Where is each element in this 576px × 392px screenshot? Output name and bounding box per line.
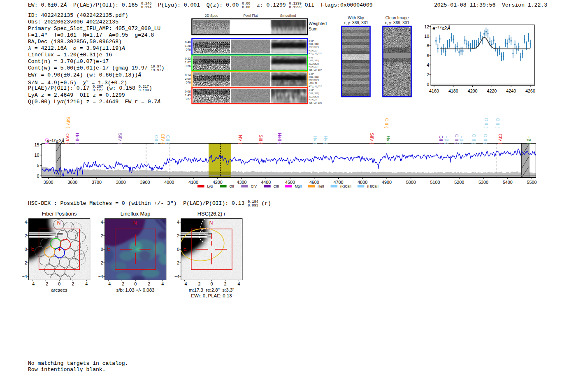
svg-text:(K)CaII: (K)CaII [340,184,351,188]
svg-text:HSC(26.2) r: HSC(26.2) r [197,211,226,217]
svg-text:405_LU_036: 405_LU_036 [309,102,322,104]
svg-text:m:17.3 re:2.8" s:3.3": m:17.3 re:2.8" s:3.3" [189,288,234,292]
svg-text:v006_02: v006_02 [309,49,317,52]
svg-text:HeII {: HeII { [75,133,80,144]
svg-text:2: 2 [224,281,226,286]
svg-text:0.14: 0.14 [185,73,191,77]
svg-text:5500: 5500 [527,180,537,185]
svg-text:20220623: 20220623 [309,79,319,81]
svg-text:With Sky: With Sky [348,16,364,20]
svg-text:3700: 3700 [92,180,102,185]
svg-text:4260: 4260 [525,88,535,93]
svg-text:2: 2 [25,233,27,238]
svg-text:OII {: OII { [165,135,170,144]
svg-text:SiIV {: SiIV { [369,133,374,144]
svg-text:5200: 5200 [454,180,464,185]
svg-text:2: 2 [148,281,150,286]
svg-text:4220: 4220 [487,88,497,93]
svg-text:CIV {: CIV { [498,134,503,144]
svg-text:x, y: 369, 331: x, y: 369, 331 [344,21,368,25]
svg-text:(369, 331): (369, 331) [309,43,319,45]
svg-text:2D Spec: 2D Spec [205,14,218,18]
svg-text:−2: −2 [22,260,27,265]
svg-text:(H)CaII: (H)CaII [367,184,378,188]
svg-text:HeII: HeII [318,184,324,188]
svg-text:4: 4 [237,281,240,286]
svg-text:405_LU_037: 405_LU_037 [309,69,322,71]
svg-text:1.43: 1.43 [185,93,191,97]
svg-text:0.95": 0.95" [309,56,314,59]
svg-text:Hγ {: Hγ { [323,136,328,144]
svg-text:Hβ {: Hβ { [444,135,449,144]
svg-text:12: 12 [424,24,429,29]
svg-text:v006_01: v006_01 [309,82,317,84]
svg-text:0: 0 [427,82,429,87]
svg-text:1.07: 1.07 [185,60,191,64]
svg-text:−4: −4 [182,281,187,286]
svg-text:0: 0 [210,281,213,286]
svg-text:Clean Image: Clean Image [386,16,409,20]
svg-text:MgII: MgII [295,184,302,188]
svg-text:Weighted: Weighted [309,21,327,26]
svg-text:SiIV {: SiIV { [66,117,71,128]
svg-text:−4: −4 [174,274,179,279]
svg-text:−2: −2 [43,281,48,286]
svg-text:x, y: 369, 331: x, y: 369, 331 [385,21,409,25]
svg-text:N: N [133,220,137,226]
svg-text:−2: −2 [119,281,124,286]
svg-text:N: N [209,220,213,226]
svg-text:6: 6 [427,53,429,58]
svg-text:CIII {: CIII { [454,134,459,144]
svg-text:e−17x2Å: e−17x2Å [432,25,451,31]
svg-text:CIV {: CIV { [160,134,165,144]
svg-text:076: 076 [186,64,191,68]
svg-text:OII: OII [230,184,234,188]
svg-text:E: E [31,246,35,252]
svg-text:Pixel Flat: Pixel Flat [244,14,258,18]
svg-text:5000: 5000 [406,180,416,185]
svg-text:NV {: NV { [238,135,243,144]
svg-text:CIV: CIV [251,184,257,188]
svg-text:arcsecs: arcsecs [51,288,67,292]
svg-text:N: N [57,220,61,226]
svg-text:(369, 322): (369, 322) [309,92,319,95]
svg-text:SiII {: SiII { [258,135,263,144]
svg-text:4300: 4300 [237,180,247,185]
svg-text:4: 4 [427,63,429,67]
svg-text:20220623: 20220623 [309,95,319,98]
svg-text:OIII {: OIII { [471,134,476,144]
svg-text:4: 4 [161,281,164,286]
svg-text:5400: 5400 [503,180,513,185]
svg-text:4: 4 [25,220,27,225]
svg-text:0: 0 [25,247,27,252]
svg-text:−4: −4 [30,281,35,286]
svg-text:3900: 3900 [140,180,150,185]
svg-text:2: 2 [427,72,429,77]
svg-text:0: 0 [134,281,137,286]
svg-text:OII {: OII { [154,135,159,144]
svg-text:s/b: 1.03 +/- 0.083: s/b: 1.03 +/- 0.083 [116,288,154,292]
svg-text:3600: 3600 [67,180,77,185]
svg-text:0.08: 0.08 [185,90,191,93]
svg-text:OVI {: OVI { [65,133,70,144]
svg-text:OIII {: OIII { [483,134,488,144]
svg-text:405_LU_037: 405_LU_037 [309,85,322,88]
svg-text:CII: CII [44,138,49,144]
svg-text:−2: −2 [174,260,179,265]
svg-text:E: E [183,246,187,252]
svg-text:CIII: CIII [274,184,279,188]
svg-text:E: E [107,246,111,252]
svg-text:1.19": 1.19" [309,89,314,91]
svg-text:3500: 3500 [44,180,53,185]
svg-text:Hγ {: Hγ { [386,136,391,144]
svg-text:SiIV {: SiIV { [118,133,123,144]
svg-text:15: 15 [35,142,39,147]
svg-text:1.40": 1.40" [309,73,314,75]
svg-text:20220623: 20220623 [309,46,319,49]
svg-text:4200: 4200 [213,180,223,185]
svg-text:3800: 3800 [116,180,126,185]
svg-text:Hβ {: Hβ { [527,135,532,144]
svg-text:4800: 4800 [358,180,367,185]
svg-text:OIII (: OIII ( [495,118,500,128]
svg-text:(369, 331): (369, 331) [309,76,319,78]
